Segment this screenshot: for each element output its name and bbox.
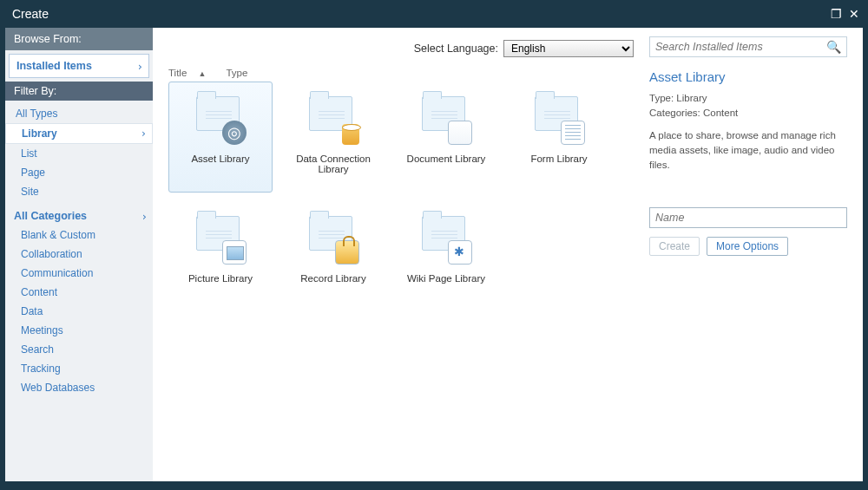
category-meetings[interactable]: Meetings	[5, 321, 153, 340]
installed-items-button[interactable]: Installed Items ›	[9, 54, 149, 78]
sort-type[interactable]: Type	[226, 68, 247, 78]
dialog-title: Create	[12, 7, 49, 21]
item-data-connection-library[interactable]: Data Connection Library	[281, 82, 385, 193]
all-categories-header[interactable]: All Categories ›	[5, 206, 153, 225]
titlebar: Create ❐ ✕	[5, 3, 863, 28]
search-box[interactable]: 🔍	[649, 36, 847, 57]
maximize-icon[interactable]: ❐	[831, 8, 842, 20]
chevron-right-icon: ›	[141, 127, 147, 140]
category-search[interactable]: Search	[5, 340, 153, 359]
picture-icon	[222, 240, 247, 265]
detail-buttons: Create More Options	[649, 237, 847, 256]
window-controls: ❐ ✕	[831, 8, 859, 20]
sidebar: Browse From: Installed Items › Filter By…	[5, 28, 153, 481]
filter-type-library[interactable]: Library ›	[5, 123, 153, 144]
item-label: Picture Library	[188, 273, 253, 284]
item-picture-library[interactable]: Picture Library	[168, 201, 273, 312]
folder-icon	[306, 91, 361, 147]
more-options-button[interactable]: More Options	[707, 237, 788, 256]
item-document-library[interactable]: Document Library	[394, 82, 498, 193]
create-dialog: Create ❐ ✕ Browse From: Installed Items …	[0, 0, 868, 490]
folder-icon	[306, 211, 361, 266]
film-reel-icon: ◎	[222, 121, 247, 145]
all-categories-label: All Categories	[14, 210, 87, 222]
item-label: Data Connection Library	[282, 154, 385, 174]
category-data[interactable]: Data	[5, 302, 153, 321]
item-record-library[interactable]: Record Library	[281, 201, 385, 312]
category-blank-custom[interactable]: Blank & Custom	[5, 225, 153, 245]
create-button[interactable]: Create	[649, 237, 700, 256]
detail-description: A place to share, browse and manage rich…	[649, 128, 847, 173]
filter-type-label: Library	[22, 127, 57, 140]
category-content[interactable]: Content	[5, 283, 153, 302]
filter-by-header: Filter By:	[5, 82, 153, 101]
main-area: Select Language: English Title ▲ Type ◎ …	[153, 28, 863, 481]
detail-categories-value: Content	[703, 108, 738, 118]
filter-type-list[interactable]: List	[5, 144, 153, 163]
chevron-right-icon: ›	[136, 60, 143, 73]
search-icon[interactable]: 🔍	[826, 40, 841, 54]
category-collaboration[interactable]: Collaboration	[5, 245, 153, 264]
item-asset-library[interactable]: ◎ Asset Library	[168, 82, 273, 193]
item-label: Wiki Page Library	[407, 273, 485, 284]
sort-bar: Title ▲ Type	[168, 68, 634, 82]
item-form-library[interactable]: Form Library	[507, 82, 611, 193]
wiki-icon	[448, 240, 472, 265]
details-panel: 🔍 Asset Library Type: Library Categories…	[649, 28, 863, 481]
chevron-right-icon: ›	[141, 210, 148, 223]
filter-type-page[interactable]: Page	[5, 163, 153, 182]
database-icon	[342, 124, 359, 145]
close-icon[interactable]: ✕	[849, 8, 859, 20]
folder-icon: ◎	[193, 91, 248, 147]
item-wiki-page-library[interactable]: Wiki Page Library	[394, 201, 498, 312]
detail-type-label: Type:	[649, 93, 674, 103]
folder-icon	[418, 211, 474, 266]
filter-all-types[interactable]: All Types	[5, 104, 153, 123]
detail-type-value: Library	[676, 93, 707, 103]
search-input[interactable]	[655, 41, 826, 53]
document-icon	[448, 121, 472, 145]
language-select[interactable]: English	[503, 40, 634, 57]
item-label: Form Library	[530, 154, 587, 164]
item-label: Record Library	[300, 273, 365, 284]
item-label: Document Library	[407, 154, 486, 164]
item-label: Asset Library	[191, 154, 249, 164]
lock-icon	[335, 240, 359, 265]
content-pane: Browse From: Installed Items › Filter By…	[5, 28, 863, 481]
filter-type-site[interactable]: Site	[5, 182, 153, 201]
folder-icon	[418, 91, 474, 147]
select-language-label: Select Language:	[414, 42, 498, 55]
detail-title: Asset Library	[649, 69, 847, 84]
sort-ascending-icon: ▲	[199, 69, 207, 78]
form-icon	[561, 121, 585, 145]
installed-items-label: Installed Items	[16, 60, 92, 72]
sort-title[interactable]: Title ▲	[168, 68, 214, 78]
name-input[interactable]	[649, 207, 847, 228]
category-web-databases[interactable]: Web Databases	[5, 378, 153, 397]
folder-icon	[531, 91, 587, 147]
category-communication[interactable]: Communication	[5, 264, 153, 283]
detail-meta: Type: Library Categories: Content	[649, 91, 847, 121]
folder-icon	[193, 211, 248, 266]
browse-from-header: Browse From:	[5, 28, 153, 50]
detail-categories-label: Categories:	[649, 108, 700, 118]
category-tracking[interactable]: Tracking	[5, 359, 153, 378]
language-bar: Select Language: English	[168, 36, 634, 68]
grid-area: Select Language: English Title ▲ Type ◎ …	[153, 28, 649, 481]
items-grid: ◎ Asset Library Data Connection Library …	[168, 82, 634, 312]
